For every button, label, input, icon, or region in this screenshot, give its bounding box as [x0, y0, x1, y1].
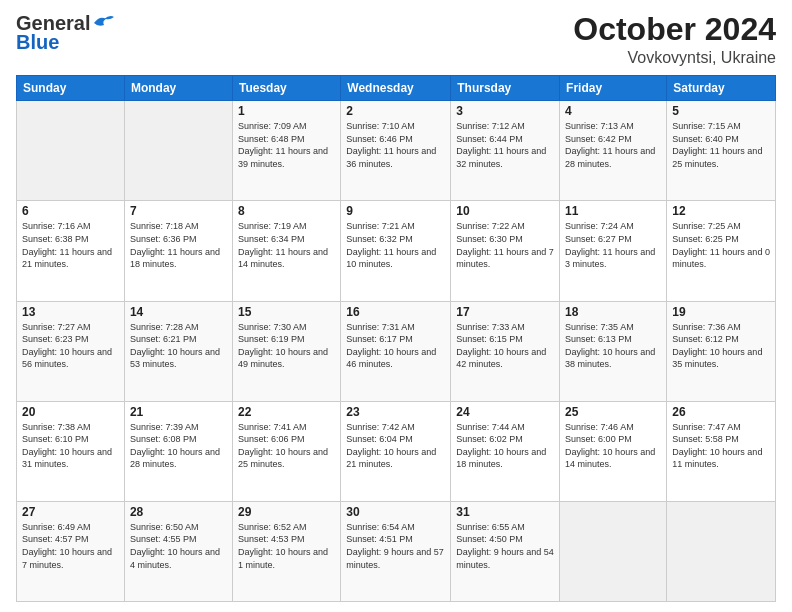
day-info: Sunrise: 6:49 AMSunset: 4:57 PMDaylight:… — [22, 521, 119, 571]
weekday-header-saturday: Saturday — [667, 76, 776, 101]
day-number: 14 — [130, 305, 227, 319]
logo-blue-text: Blue — [16, 31, 59, 54]
day-info: Sunrise: 7:36 AMSunset: 6:12 PMDaylight:… — [672, 321, 770, 371]
day-info: Sunrise: 7:44 AMSunset: 6:02 PMDaylight:… — [456, 421, 554, 471]
day-info: Sunrise: 7:25 AMSunset: 6:25 PMDaylight:… — [672, 220, 770, 270]
location-title: Vovkovyntsi, Ukraine — [573, 49, 776, 67]
calendar-cell: 28Sunrise: 6:50 AMSunset: 4:55 PMDayligh… — [124, 501, 232, 601]
day-info: Sunrise: 6:50 AMSunset: 4:55 PMDaylight:… — [130, 521, 227, 571]
day-number: 24 — [456, 405, 554, 419]
day-info: Sunrise: 7:35 AMSunset: 6:13 PMDaylight:… — [565, 321, 661, 371]
day-number: 25 — [565, 405, 661, 419]
calendar-cell: 12Sunrise: 7:25 AMSunset: 6:25 PMDayligh… — [667, 201, 776, 301]
day-number: 31 — [456, 505, 554, 519]
day-number: 11 — [565, 204, 661, 218]
day-number: 26 — [672, 405, 770, 419]
day-number: 30 — [346, 505, 445, 519]
day-info: Sunrise: 7:28 AMSunset: 6:21 PMDaylight:… — [130, 321, 227, 371]
day-number: 3 — [456, 104, 554, 118]
day-number: 21 — [130, 405, 227, 419]
header: General Blue October 2024 Vovkovyntsi, U… — [16, 12, 776, 67]
calendar-cell: 21Sunrise: 7:39 AMSunset: 6:08 PMDayligh… — [124, 401, 232, 501]
calendar-cell: 1Sunrise: 7:09 AMSunset: 6:48 PMDaylight… — [232, 101, 340, 201]
day-info: Sunrise: 7:15 AMSunset: 6:40 PMDaylight:… — [672, 120, 770, 170]
weekday-header-monday: Monday — [124, 76, 232, 101]
calendar-cell: 27Sunrise: 6:49 AMSunset: 4:57 PMDayligh… — [17, 501, 125, 601]
day-info: Sunrise: 7:31 AMSunset: 6:17 PMDaylight:… — [346, 321, 445, 371]
day-number: 13 — [22, 305, 119, 319]
month-title: October 2024 — [573, 12, 776, 47]
calendar-cell: 31Sunrise: 6:55 AMSunset: 4:50 PMDayligh… — [451, 501, 560, 601]
calendar-week-row: 13Sunrise: 7:27 AMSunset: 6:23 PMDayligh… — [17, 301, 776, 401]
calendar-cell: 29Sunrise: 6:52 AMSunset: 4:53 PMDayligh… — [232, 501, 340, 601]
calendar-cell — [17, 101, 125, 201]
calendar-week-row: 20Sunrise: 7:38 AMSunset: 6:10 PMDayligh… — [17, 401, 776, 501]
calendar-cell: 16Sunrise: 7:31 AMSunset: 6:17 PMDayligh… — [341, 301, 451, 401]
day-info: Sunrise: 7:13 AMSunset: 6:42 PMDaylight:… — [565, 120, 661, 170]
day-number: 12 — [672, 204, 770, 218]
calendar-week-row: 6Sunrise: 7:16 AMSunset: 6:38 PMDaylight… — [17, 201, 776, 301]
weekday-header-tuesday: Tuesday — [232, 76, 340, 101]
calendar-cell — [667, 501, 776, 601]
day-info: Sunrise: 7:24 AMSunset: 6:27 PMDaylight:… — [565, 220, 661, 270]
day-info: Sunrise: 7:39 AMSunset: 6:08 PMDaylight:… — [130, 421, 227, 471]
calendar-cell: 9Sunrise: 7:21 AMSunset: 6:32 PMDaylight… — [341, 201, 451, 301]
day-info: Sunrise: 7:22 AMSunset: 6:30 PMDaylight:… — [456, 220, 554, 270]
day-info: Sunrise: 7:47 AMSunset: 5:58 PMDaylight:… — [672, 421, 770, 471]
calendar-cell: 20Sunrise: 7:38 AMSunset: 6:10 PMDayligh… — [17, 401, 125, 501]
day-number: 6 — [22, 204, 119, 218]
day-number: 10 — [456, 204, 554, 218]
weekday-header-friday: Friday — [560, 76, 667, 101]
day-number: 4 — [565, 104, 661, 118]
day-number: 19 — [672, 305, 770, 319]
day-number: 22 — [238, 405, 335, 419]
day-number: 27 — [22, 505, 119, 519]
day-number: 16 — [346, 305, 445, 319]
calendar-week-row: 1Sunrise: 7:09 AMSunset: 6:48 PMDaylight… — [17, 101, 776, 201]
calendar-cell: 8Sunrise: 7:19 AMSunset: 6:34 PMDaylight… — [232, 201, 340, 301]
calendar-cell: 17Sunrise: 7:33 AMSunset: 6:15 PMDayligh… — [451, 301, 560, 401]
calendar-cell: 14Sunrise: 7:28 AMSunset: 6:21 PMDayligh… — [124, 301, 232, 401]
calendar-cell: 26Sunrise: 7:47 AMSunset: 5:58 PMDayligh… — [667, 401, 776, 501]
title-block: October 2024 Vovkovyntsi, Ukraine — [573, 12, 776, 67]
calendar-cell: 23Sunrise: 7:42 AMSunset: 6:04 PMDayligh… — [341, 401, 451, 501]
calendar-cell: 7Sunrise: 7:18 AMSunset: 6:36 PMDaylight… — [124, 201, 232, 301]
day-number: 7 — [130, 204, 227, 218]
day-info: Sunrise: 6:52 AMSunset: 4:53 PMDaylight:… — [238, 521, 335, 571]
day-number: 20 — [22, 405, 119, 419]
calendar-cell — [560, 501, 667, 601]
weekday-header-row: SundayMondayTuesdayWednesdayThursdayFrid… — [17, 76, 776, 101]
day-info: Sunrise: 7:12 AMSunset: 6:44 PMDaylight:… — [456, 120, 554, 170]
calendar-cell: 2Sunrise: 7:10 AMSunset: 6:46 PMDaylight… — [341, 101, 451, 201]
calendar-cell: 4Sunrise: 7:13 AMSunset: 6:42 PMDaylight… — [560, 101, 667, 201]
day-info: Sunrise: 6:54 AMSunset: 4:51 PMDaylight:… — [346, 521, 445, 571]
day-number: 28 — [130, 505, 227, 519]
weekday-header-wednesday: Wednesday — [341, 76, 451, 101]
day-info: Sunrise: 7:41 AMSunset: 6:06 PMDaylight:… — [238, 421, 335, 471]
calendar-cell: 30Sunrise: 6:54 AMSunset: 4:51 PMDayligh… — [341, 501, 451, 601]
calendar-cell: 22Sunrise: 7:41 AMSunset: 6:06 PMDayligh… — [232, 401, 340, 501]
day-info: Sunrise: 7:10 AMSunset: 6:46 PMDaylight:… — [346, 120, 445, 170]
calendar-cell: 10Sunrise: 7:22 AMSunset: 6:30 PMDayligh… — [451, 201, 560, 301]
day-number: 8 — [238, 204, 335, 218]
calendar-cell: 15Sunrise: 7:30 AMSunset: 6:19 PMDayligh… — [232, 301, 340, 401]
calendar-cell: 11Sunrise: 7:24 AMSunset: 6:27 PMDayligh… — [560, 201, 667, 301]
calendar-table: SundayMondayTuesdayWednesdayThursdayFrid… — [16, 75, 776, 602]
day-info: Sunrise: 7:42 AMSunset: 6:04 PMDaylight:… — [346, 421, 445, 471]
day-number: 1 — [238, 104, 335, 118]
calendar-cell — [124, 101, 232, 201]
day-info: Sunrise: 7:27 AMSunset: 6:23 PMDaylight:… — [22, 321, 119, 371]
calendar-cell: 19Sunrise: 7:36 AMSunset: 6:12 PMDayligh… — [667, 301, 776, 401]
day-info: Sunrise: 7:21 AMSunset: 6:32 PMDaylight:… — [346, 220, 445, 270]
calendar-cell: 13Sunrise: 7:27 AMSunset: 6:23 PMDayligh… — [17, 301, 125, 401]
day-info: Sunrise: 6:55 AMSunset: 4:50 PMDaylight:… — [456, 521, 554, 571]
calendar-cell: 6Sunrise: 7:16 AMSunset: 6:38 PMDaylight… — [17, 201, 125, 301]
calendar-cell: 18Sunrise: 7:35 AMSunset: 6:13 PMDayligh… — [560, 301, 667, 401]
day-info: Sunrise: 7:30 AMSunset: 6:19 PMDaylight:… — [238, 321, 335, 371]
day-info: Sunrise: 7:16 AMSunset: 6:38 PMDaylight:… — [22, 220, 119, 270]
calendar-cell: 5Sunrise: 7:15 AMSunset: 6:40 PMDaylight… — [667, 101, 776, 201]
day-number: 18 — [565, 305, 661, 319]
day-info: Sunrise: 7:09 AMSunset: 6:48 PMDaylight:… — [238, 120, 335, 170]
weekday-header-sunday: Sunday — [17, 76, 125, 101]
day-info: Sunrise: 7:38 AMSunset: 6:10 PMDaylight:… — [22, 421, 119, 471]
